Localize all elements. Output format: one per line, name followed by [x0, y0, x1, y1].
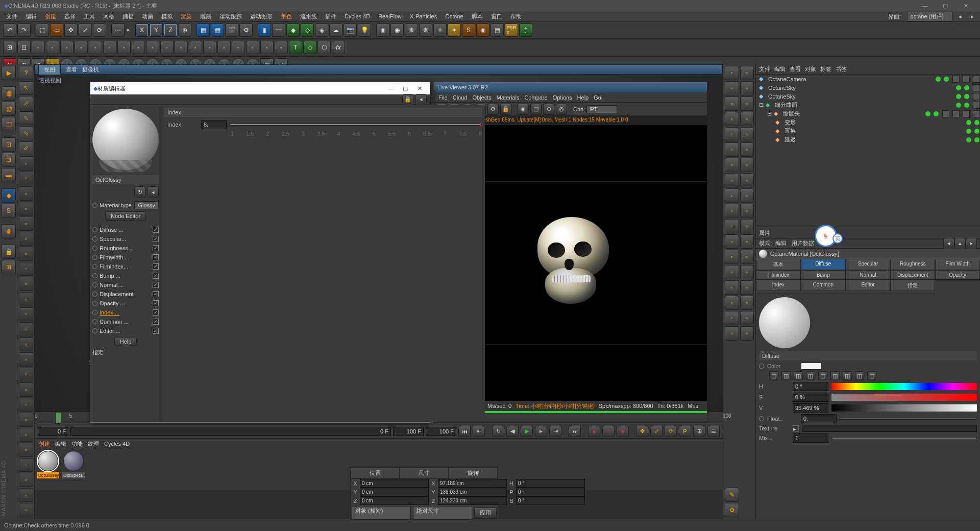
timeline-playhead[interactable] [55, 412, 61, 424]
visibility-editor-dot[interactable] [956, 94, 961, 99]
object-row[interactable]: ◆OctaneSky [756, 83, 980, 92]
dialog-maximize-button[interactable]: ▢ [398, 85, 412, 92]
misc-tool-button[interactable]: ₿ [519, 23, 532, 37]
attr-tab-specular[interactable]: Specular [846, 259, 891, 270]
snap3d-button[interactable]: ⊞ [2, 260, 16, 274]
viewport-menu-camera[interactable]: 摄像机 [82, 66, 99, 74]
menu-窗口[interactable]: 窗口 [488, 12, 505, 21]
channel-label[interactable]: Filmwidth ... [100, 254, 151, 260]
attr-menu-模式[interactable]: 模式 [759, 239, 770, 247]
visibility-editor-dot[interactable] [966, 137, 971, 142]
workplane-mode-button[interactable]: ◫ [2, 117, 16, 131]
palette-tool-26[interactable]: ▫ [725, 265, 739, 279]
palette-tool-15[interactable]: ▫ [740, 173, 754, 187]
layout-prev-icon[interactable]: ◂ [955, 12, 965, 21]
color-picker-mode-7[interactable]: ◫ [855, 371, 864, 380]
add-light-button[interactable]: 💡 [358, 23, 371, 37]
goto-end-button[interactable]: ⏭ [569, 426, 581, 437]
render-settings-button[interactable]: ⚙ [239, 23, 253, 37]
color-picker-mode-2[interactable]: ◫ [794, 371, 803, 380]
axis-lock-button[interactable]: ✦ [126, 27, 130, 34]
visibility-render-dot[interactable] [964, 85, 969, 90]
palette-tool-19[interactable]: ▫ [740, 204, 754, 218]
channel-row[interactable]: Common ...✓ [92, 317, 159, 326]
render-view-button[interactable]: ▦ [197, 23, 210, 37]
lv-menu-gui[interactable]: Gui [594, 94, 602, 101]
color-picker-mode-8[interactable]: ◫ [867, 371, 876, 380]
material-item-OctGlossy[interactable]: OctGlossy [37, 451, 59, 479]
point-mode-button[interactable]: ⊡ [2, 137, 16, 152]
snap-tool-17[interactable]: ◦ [246, 41, 259, 54]
channel-row[interactable]: Bump ...✓ [92, 271, 159, 280]
palette-settings-icon[interactable]: ⚙ [725, 503, 739, 517]
object-row[interactable]: ◆置换 [756, 127, 980, 135]
snap-toggle[interactable]: ⊞ [3, 41, 16, 54]
channel-radio-icon[interactable] [92, 292, 97, 297]
coord-field[interactable] [516, 488, 585, 496]
attr-tab-bump[interactable]: Bump [801, 270, 846, 280]
visibility-render-dot[interactable] [934, 111, 939, 116]
channel-label[interactable]: Roughness .. [100, 245, 151, 251]
record-button[interactable]: ● [588, 426, 600, 437]
texture-arrow-icon[interactable]: ▸ [793, 425, 799, 431]
x-axis-button[interactable]: X [135, 23, 149, 37]
channel-checkbox[interactable]: ✓ [153, 227, 159, 233]
snap-tool-12[interactable]: ◦ [175, 41, 188, 54]
mix-slider[interactable] [831, 437, 977, 439]
add-spline-button[interactable]: 〰 [272, 23, 285, 37]
object-tag[interactable] [963, 76, 970, 83]
play-back-button[interactable]: ◀ [506, 426, 519, 437]
channel-label[interactable]: Index ... [100, 309, 151, 316]
val-field[interactable] [793, 403, 828, 413]
modeling-tool-11[interactable]: ▫ [19, 322, 33, 336]
frame-slider-field[interactable] [70, 427, 391, 436]
material-name-field[interactable]: OctGlossy [92, 175, 159, 184]
attr-tab-roughness[interactable]: Roughness [890, 259, 935, 270]
material-refresh-icon[interactable]: ↻ [134, 186, 145, 198]
select-rect-button[interactable]: ▭ [50, 23, 63, 37]
snap-tool-9[interactable]: ◦ [132, 41, 145, 54]
octane-tool-button[interactable]: ◉ [476, 23, 489, 37]
viewport-tab[interactable]: 视图 [38, 64, 61, 75]
modeling-tool-19[interactable]: ▫ [19, 443, 33, 457]
object-row[interactable]: ◆延迟 [756, 135, 980, 144]
object-name[interactable]: 骷髅头 [783, 110, 923, 117]
palette-tool-23[interactable]: ▫ [740, 234, 754, 249]
snap-tool-19[interactable]: ◦ [275, 41, 288, 54]
channel-label[interactable]: Editor ... [100, 328, 151, 334]
palette-tool-27[interactable]: ▫ [740, 265, 754, 279]
object-row[interactable]: ◆变形 [756, 118, 980, 127]
object-row[interactable]: ⊟◆骷髅头 [756, 109, 980, 118]
xp-tool-5[interactable]: ⚛ [433, 23, 447, 37]
goto-prev-key-button[interactable]: ⇤ [473, 426, 485, 437]
visibility-editor-dot[interactable] [925, 111, 930, 116]
color-picker-mode-1[interactable]: ◫ [781, 371, 791, 380]
object-tag[interactable] [973, 76, 980, 83]
coord-field[interactable] [516, 479, 585, 488]
keyframe-button[interactable]: ◈ [617, 426, 629, 437]
visibility-render-dot[interactable] [964, 94, 969, 99]
cursor-tool-d[interactable]: ⬃ [19, 141, 33, 156]
snap-tool-6[interactable]: ◦ [89, 41, 102, 54]
visibility-render-dot[interactable] [964, 103, 969, 108]
object-name[interactable]: 延迟 [785, 136, 964, 143]
viewport-solo-button[interactable]: ◉ [2, 224, 16, 238]
expand-icon[interactable]: ⊟ [767, 110, 772, 117]
modeling-tool-21[interactable]: ▫ [19, 473, 33, 487]
material-item-OctSpecular[interactable]: OctSpecular [62, 451, 85, 479]
channel-radio-icon[interactable] [92, 236, 97, 242]
goto-next-key-button[interactable]: ⇥ [549, 426, 561, 437]
palette-tool-14[interactable]: ▫ [725, 173, 739, 187]
menu-运动图形[interactable]: 运动图形 [247, 12, 276, 21]
step-fwd-button[interactable]: ▸ [535, 426, 547, 437]
palette-tool-33[interactable]: ▫ [740, 311, 754, 325]
attr-tab-基本[interactable]: 基本 [756, 259, 801, 270]
channel-row[interactable]: Specular...✓ [92, 234, 159, 244]
palette-tool-0[interactable]: ▫ [725, 66, 739, 80]
coord-field[interactable] [438, 479, 507, 488]
channel-checkbox[interactable]: ✓ [153, 245, 159, 251]
modeling-tool-5[interactable]: ▫ [19, 232, 33, 246]
viewport-menu-view[interactable]: 查看 [66, 66, 77, 74]
channel-radio-icon[interactable] [92, 227, 97, 232]
modeling-tool-12[interactable]: ▫ [19, 337, 33, 352]
